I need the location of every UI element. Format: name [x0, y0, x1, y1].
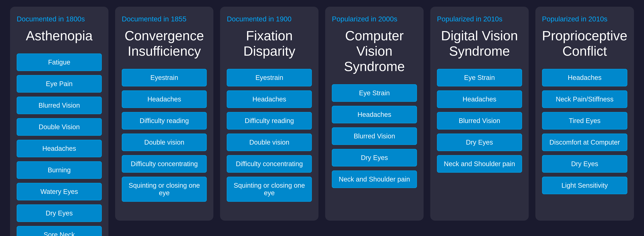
card-fixation: Documented in 1900Fixation DisparityEyes…: [220, 7, 318, 221]
symptom-btn-digital-vision-3[interactable]: Dry Eyes: [437, 134, 522, 151]
symptom-btn-proprioceptive-3[interactable]: Discomfort at Computer: [542, 134, 627, 151]
symptoms-list-proprioceptive: HeadachesNeck Pain/StiffnessTired EyesDi…: [542, 69, 627, 194]
symptom-btn-digital-vision-2[interactable]: Blurred Vision: [437, 112, 522, 130]
card-title-fixation: Fixation Disparity: [227, 28, 312, 59]
symptom-btn-convergence-4[interactable]: Difficulty concentrating: [122, 155, 207, 173]
symptom-btn-asthenopia-6[interactable]: Watery Eyes: [17, 183, 102, 200]
symptom-btn-fixation-0[interactable]: Eyestrain: [227, 69, 312, 86]
symptom-btn-computer-vision-0[interactable]: Eye Strain: [332, 84, 417, 102]
symptom-btn-asthenopia-8[interactable]: Sore Neck: [17, 226, 102, 236]
era-label-proprioceptive: Popularized in 2010s: [542, 15, 627, 23]
symptoms-list-asthenopia: FatigueEye PainBlurred VisionDouble Visi…: [17, 53, 102, 236]
symptom-btn-convergence-1[interactable]: Headaches: [122, 90, 207, 108]
symptom-btn-convergence-3[interactable]: Double vision: [122, 134, 207, 151]
symptoms-list-computer-vision: Eye StrainHeadachesBlurred VisionDry Eye…: [332, 84, 417, 188]
era-label-asthenopia: Documented in 1800s: [17, 15, 102, 23]
symptom-btn-fixation-3[interactable]: Double vision: [227, 134, 312, 151]
symptom-btn-computer-vision-1[interactable]: Headaches: [332, 106, 417, 123]
symptom-btn-proprioceptive-2[interactable]: Tired Eyes: [542, 112, 627, 130]
symptom-btn-digital-vision-4[interactable]: Neck and Shoulder pain: [437, 155, 522, 173]
symptom-btn-fixation-1[interactable]: Headaches: [227, 90, 312, 108]
main-container: Documented in 1800sAsthenopiaFatigueEye …: [10, 7, 634, 236]
symptom-btn-convergence-2[interactable]: Difficulty reading: [122, 112, 207, 130]
symptom-btn-convergence-5[interactable]: Squinting or closing one eye: [122, 177, 207, 202]
symptoms-list-convergence: EyestrainHeadachesDifficulty readingDoub…: [122, 69, 207, 202]
era-label-digital-vision: Popularized in 2010s: [437, 15, 522, 23]
card-digital-vision: Popularized in 2010sDigital Vision Syndr…: [430, 7, 529, 221]
card-title-digital-vision: Digital Vision Syndrome: [437, 28, 522, 59]
symptoms-list-digital-vision: Eye StrainHeadachesBlurred VisionDry Eye…: [437, 69, 522, 173]
card-convergence: Documented in 1855Convergence Insufficie…: [115, 7, 214, 221]
symptom-btn-fixation-4[interactable]: Difficulty concentrating: [227, 155, 312, 173]
symptom-btn-digital-vision-0[interactable]: Eye Strain: [437, 69, 522, 86]
symptom-btn-asthenopia-2[interactable]: Blurred Vision: [17, 97, 102, 114]
symptom-btn-proprioceptive-0[interactable]: Headaches: [542, 69, 627, 86]
card-computer-vision: Popularized in 2000sComputer Vision Synd…: [325, 7, 424, 221]
card-title-asthenopia: Asthenopia: [17, 28, 102, 43]
symptoms-list-fixation: EyestrainHeadachesDifficulty readingDoub…: [227, 69, 312, 202]
symptom-btn-proprioceptive-4[interactable]: Dry Eyes: [542, 155, 627, 173]
symptom-btn-asthenopia-0[interactable]: Fatigue: [17, 53, 102, 71]
symptom-btn-asthenopia-4[interactable]: Headaches: [17, 140, 102, 157]
symptom-btn-fixation-5[interactable]: Squinting or closing one eye: [227, 177, 312, 202]
symptom-btn-asthenopia-3[interactable]: Double Vision: [17, 118, 102, 136]
card-title-proprioceptive: Proprioceptive Conflict: [542, 28, 627, 59]
card-title-computer-vision: Computer Vision Syndrome: [332, 28, 417, 74]
symptom-btn-asthenopia-7[interactable]: Dry Eyes: [17, 204, 102, 222]
card-asthenopia: Documented in 1800sAsthenopiaFatigueEye …: [10, 7, 108, 236]
symptom-btn-proprioceptive-1[interactable]: Neck Pain/Stiffness: [542, 90, 627, 108]
symptom-btn-computer-vision-4[interactable]: Neck and Shoulder pain: [332, 170, 417, 188]
symptom-btn-computer-vision-3[interactable]: Dry Eyes: [332, 149, 417, 166]
symptom-btn-convergence-0[interactable]: Eyestrain: [122, 69, 207, 86]
symptom-btn-digital-vision-1[interactable]: Headaches: [437, 90, 522, 108]
era-label-convergence: Documented in 1855: [122, 15, 207, 23]
card-proprioceptive: Popularized in 2010sProprioceptive Confl…: [536, 7, 634, 221]
era-label-fixation: Documented in 1900: [227, 15, 312, 23]
symptom-btn-asthenopia-5[interactable]: Burning: [17, 161, 102, 179]
card-title-convergence: Convergence Insufficiency: [122, 28, 207, 59]
symptom-btn-fixation-2[interactable]: Difficulty reading: [227, 112, 312, 130]
era-label-computer-vision: Popularized in 2000s: [332, 15, 417, 23]
symptom-btn-asthenopia-1[interactable]: Eye Pain: [17, 75, 102, 93]
symptom-btn-computer-vision-2[interactable]: Blurred Vision: [332, 127, 417, 145]
symptom-btn-proprioceptive-5[interactable]: Light Sensitivity: [542, 177, 627, 194]
